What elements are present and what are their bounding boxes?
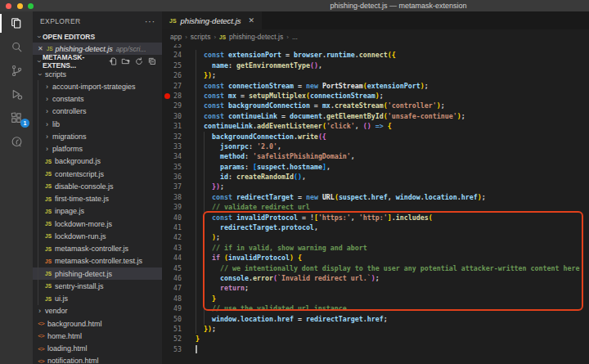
tree-item-constants[interactable]: ›constants (33, 93, 162, 106)
zoom-window-button[interactable] (28, 3, 34, 9)
explorer-more-actions-icon[interactable]: ··· (145, 17, 155, 26)
tree-item-scripts[interactable]: ›scripts (33, 68, 162, 80)
tree-item-label: migrations (52, 133, 87, 141)
plugin-circle-activity-button[interactable] (0, 130, 33, 154)
project-section-header[interactable]: › METAMASK-EXTENS... (33, 55, 162, 68)
code-line-43[interactable]: 43 // if in valid, show warning and abor… (162, 243, 589, 253)
tree-item-contentscript-js[interactable]: JScontentscript.js (33, 168, 162, 180)
code-line-27[interactable]: 27 const connectionStream = new PortStre… (162, 81, 589, 91)
traffic-lights (6, 3, 34, 9)
tree-item-loading-html[interactable]: <>loading.html (33, 343, 162, 355)
code-line-38[interactable]: 38 const redirectTarget = new URL(suspec… (162, 192, 589, 202)
explorer-activity-button[interactable] (0, 11, 33, 35)
run-and-debug-activity-button[interactable] (0, 83, 33, 106)
tree-item-inpage-js[interactable]: JSinpage.js (33, 205, 162, 218)
code-line-28[interactable]: 28 const mx = setupMultiplex(connectionS… (162, 91, 589, 101)
new-file-icon[interactable] (108, 56, 118, 66)
collapse-all-icon[interactable] (147, 56, 157, 66)
line-number: 31 (162, 121, 182, 131)
line-content: // if in valid, show warning and abort (182, 243, 367, 253)
code-line-39[interactable]: 39 // validate redirect url (162, 202, 589, 212)
close-editor-icon[interactable]: ✕ (38, 45, 47, 52)
tree-item-lockdown-run-js[interactable]: JSlockdown-run.js (33, 230, 162, 242)
code-line-53[interactable]: 53 (162, 344, 589, 354)
chevron-right-icon: › (43, 133, 51, 141)
new-folder-icon[interactable] (121, 56, 131, 66)
tree-item-sentry-install-js[interactable]: JSsentry-install.js (33, 280, 162, 292)
line-content: if (invalidProtocol) { (182, 253, 302, 263)
code-line-29[interactable]: 29 const backgroundConnection = mx.creat… (162, 101, 589, 110)
tree-item-notification-html[interactable]: <>notification.html (33, 355, 162, 364)
title-bar: phishing-detect.js — metamask-extension (0, 0, 589, 11)
close-window-button[interactable] (6, 3, 11, 9)
code-line-46[interactable]: 46 console.error(`Invalid redirect url.`… (162, 273, 589, 283)
breadcrumb-item-scripts[interactable]: scripts (191, 33, 211, 41)
code-line-52[interactable]: 52} (162, 334, 589, 344)
code-line-50[interactable]: 50 window.location.href = redirectTarget… (162, 314, 589, 324)
code-line-40[interactable]: 40 const invalidProtocol = !['https:', '… (162, 213, 589, 222)
code-line-45[interactable]: 45 // we intentionally dont display to t… (162, 263, 589, 273)
tree-item-account-import-strategies[interactable]: ›account-import-strategies (33, 80, 162, 92)
tree-item-controllers[interactable]: ›controllers (33, 106, 162, 118)
tree-item-migrations[interactable]: ›migrations (33, 130, 162, 142)
code-line-37[interactable]: 37 }); (162, 182, 589, 191)
tree-item-first-time-state-js[interactable]: JSfirst-time-state.js (33, 193, 162, 205)
code-line-26[interactable]: 26 }); (162, 70, 589, 80)
tree-item-lockdown-more-js[interactable]: JSlockdown-more.js (33, 218, 162, 230)
code-line-33[interactable]: 33 jsonrpc: '2.0', (162, 142, 589, 151)
js-file-icon: JS (43, 183, 53, 189)
code-line-32[interactable]: 32 backgroundConnection.write({ (162, 132, 589, 142)
breadcrumb-item-app[interactable]: app (170, 33, 182, 41)
breakpoint-icon[interactable] (164, 93, 170, 99)
line-content: return; (182, 283, 249, 293)
code-line-23[interactable]: 23 (162, 44, 589, 50)
chevron-right-icon: › (43, 95, 51, 103)
tab-close-icon[interactable]: ✕ (249, 16, 255, 25)
minimize-window-button[interactable] (17, 3, 23, 9)
extensions-activity-button[interactable]: 1 (0, 106, 33, 130)
tree-item-metamask-controller-js[interactable]: JSmetamask-controller.js (33, 243, 162, 255)
code-line-25[interactable]: 25 name: getEnvironmentType(), (162, 61, 589, 70)
code-line-44[interactable]: 44 if (invalidProtocol) { (162, 253, 589, 263)
chevron-right-icon: › (36, 307, 43, 315)
tree-item-disable-console-js[interactable]: JSdisable-console.js (33, 180, 162, 192)
breadcrumb-item-symbol[interactable]: ... (292, 33, 298, 41)
tree-item-phishing-detect-js[interactable]: JSphishing-detect.js (33, 267, 162, 280)
code-line-35[interactable]: 35 params: [suspect.hostname], (162, 162, 589, 172)
tree-item-background-js[interactable]: JSbackground.js (33, 155, 162, 168)
tab-phishing-detect[interactable]: JS phishing-detect.js ✕ (162, 11, 262, 29)
vscode-window: { "window": { "title": "phishing-detect.… (0, 0, 589, 364)
code-line-30[interactable]: 30 const continueLink = document.getElem… (162, 111, 589, 121)
tree-item-label: loading.html (47, 344, 88, 353)
tree-item-home-html[interactable]: <>home.html (33, 330, 162, 342)
tree-item-lib[interactable]: ›lib (33, 118, 162, 130)
refresh-icon[interactable] (134, 56, 144, 66)
code-line-51[interactable]: 51 }); (162, 324, 589, 334)
line-number: 34 (162, 151, 182, 161)
search-activity-button[interactable] (0, 35, 33, 59)
code-area[interactable]: 2324 const extensionPort = browser.runti… (162, 44, 589, 364)
code-line-49[interactable]: 49 // use the validated url instance (162, 303, 589, 313)
code-line-47[interactable]: 47 return; (162, 283, 589, 293)
plugin-circle-icon (10, 135, 24, 149)
code-line-31[interactable]: 31 continueLink.addEventListener('click'… (162, 121, 589, 131)
tree-item-label: home.html (47, 332, 82, 340)
code-line-34[interactable]: 34 method: 'safelistPhishingDomain', (162, 151, 589, 161)
code-line-48[interactable]: 48 } (162, 294, 589, 303)
project-section-label: METAMASK-EXTENS... (43, 53, 108, 70)
tree-item-ui-js[interactable]: JSui.js (33, 293, 162, 305)
breadcrumb-item-file[interactable]: phishing-detect.js (229, 33, 283, 41)
code-line-42[interactable]: 42 ); (162, 232, 589, 242)
tree-item-metamask-controller-test-js[interactable]: JSmetamask-controller.test.js (33, 255, 162, 267)
tree-item-background-html[interactable]: <>background.html (33, 317, 162, 330)
code-line-24[interactable]: 24 const extensionPort = browser.runtime… (162, 50, 589, 60)
code-line-36[interactable]: 36 id: createRandomId(), (162, 172, 589, 182)
code-line-41[interactable]: 41 redirectTarget.protocol, (162, 222, 589, 232)
tree-item-vendor[interactable]: ›vendor (33, 305, 162, 317)
chevron-down-icon: › (35, 34, 43, 41)
source-control-activity-button[interactable] (0, 59, 33, 83)
line-number: 41 (162, 222, 182, 232)
open-editors-header[interactable]: › OPEN EDITORS (33, 31, 162, 43)
editor-group: JS phishing-detect.js ✕ app › scripts › … (162, 11, 589, 364)
tree-item-platforms[interactable]: ›platforms (33, 143, 162, 155)
